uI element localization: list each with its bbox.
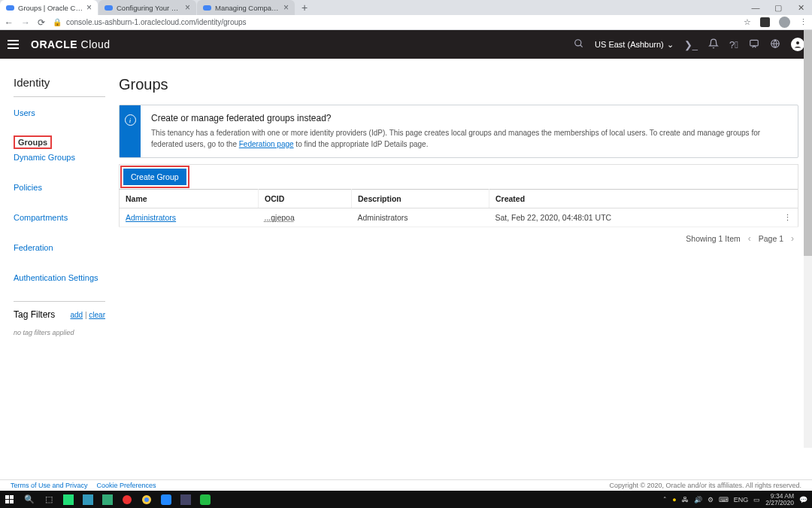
tray-clock[interactable]: 9:34 AM 2/27/2020: [765, 493, 794, 506]
menu-icon[interactable]: ⋮: [799, 17, 807, 27]
scroll-thumb[interactable]: [804, 30, 812, 256]
info-banner-text: This tenancy has a federation with one o…: [151, 127, 787, 150]
nav-back-icon[interactable]: ←: [5, 17, 14, 28]
browser-address-bar: ← → ⟳ 🔒 console.us-ashburn-1.oraclecloud…: [0, 15, 812, 30]
chevron-down-icon: ⌄: [667, 40, 674, 50]
svg-point-12: [123, 495, 132, 504]
tray-icon[interactable]: ⚙: [707, 496, 714, 503]
tray-notifications-icon[interactable]: 💬: [799, 496, 807, 503]
search-icon[interactable]: [574, 38, 584, 51]
federation-page-link[interactable]: Federation page: [239, 140, 294, 148]
star-icon[interactable]: ☆: [744, 17, 751, 27]
showing-count: Showing 1 Item: [686, 234, 740, 243]
svg-point-4: [796, 41, 799, 44]
info-icon: i: [125, 114, 136, 126]
col-ocid[interactable]: OCID: [259, 190, 352, 208]
help-icon[interactable]: ?⃝: [729, 39, 738, 50]
tray-volume-icon[interactable]: 🔊: [694, 496, 702, 503]
row-actions-menu[interactable]: ⋮: [755, 208, 798, 227]
sidebar-item-federation[interactable]: Federation: [14, 239, 105, 256]
taskbar-app[interactable]: [176, 491, 195, 508]
tag-filters-label: Tag Filters: [14, 309, 55, 320]
col-name[interactable]: Name: [120, 190, 259, 208]
tab-favicon: [6, 5, 14, 11]
profile-avatar-icon[interactable]: [779, 17, 790, 28]
extension-icon[interactable]: [760, 17, 770, 27]
region-selector[interactable]: US East (Ashburn)⌄: [595, 40, 674, 50]
window-maximize[interactable]: ▢: [767, 3, 789, 13]
search-icon[interactable]: 🔍: [20, 491, 39, 508]
svg-rect-10: [83, 494, 93, 505]
new-tab-button[interactable]: +: [295, 0, 314, 15]
svg-rect-6: [10, 495, 14, 499]
tag-clear-link[interactable]: clear: [89, 311, 105, 319]
terminal-icon[interactable]: ❯_: [684, 39, 698, 50]
globe-icon[interactable]: [770, 38, 780, 51]
sidebar-item-dynamic-groups[interactable]: Dynamic Groups: [14, 149, 105, 166]
nav-reload-icon[interactable]: ⟳: [38, 17, 45, 28]
taskbar-app[interactable]: [117, 491, 137, 508]
tray-lang[interactable]: ENG: [734, 496, 749, 503]
taskbar-app[interactable]: [156, 491, 176, 508]
page-next-icon[interactable]: ›: [791, 233, 794, 244]
tag-add-link[interactable]: add: [70, 311, 83, 319]
lock-icon: 🔒: [53, 18, 62, 26]
sidebar-item-auth-settings[interactable]: Authentication Settings: [14, 269, 105, 286]
tab-favicon: [105, 5, 113, 11]
table-row[interactable]: Administrators ...gjepoa Administrators …: [120, 208, 798, 227]
taskbar-app[interactable]: [78, 491, 98, 508]
taskbar-app[interactable]: [195, 491, 215, 508]
tray-network-icon[interactable]: 🖧: [682, 496, 689, 503]
tray-icon[interactable]: ●: [672, 496, 676, 503]
window-close[interactable]: ✕: [789, 3, 812, 13]
chat-icon[interactable]: [749, 38, 759, 51]
taskbar-app[interactable]: [59, 491, 78, 508]
info-banner-title: Create or manage federated groups instea…: [151, 113, 787, 123]
terms-link[interactable]: Terms of Use and Privacy: [11, 482, 88, 489]
bell-icon[interactable]: [708, 38, 719, 51]
system-tray[interactable]: ˄ ● 🖧 🔊 ⚙ ⌨ ENG ▭ 9:34 AM 2/27/2020 💬: [663, 493, 812, 506]
close-icon[interactable]: ×: [185, 2, 190, 13]
group-name-link[interactable]: Administrators: [126, 213, 176, 222]
sidebar-item-policies[interactable]: Policies: [14, 179, 105, 196]
start-button[interactable]: [0, 491, 20, 508]
sidebar-item-groups[interactable]: Groups: [14, 135, 52, 149]
close-icon[interactable]: ×: [86, 2, 92, 13]
tag-filters-empty: no tag filters applied: [14, 329, 105, 336]
svg-rect-16: [180, 494, 191, 505]
svg-rect-11: [102, 494, 113, 505]
menu-icon[interactable]: [8, 40, 19, 49]
tray-icon[interactable]: ⌨: [719, 496, 729, 503]
browser-tab-0[interactable]: Groups | Oracle Cloud Infrastru ×: [0, 0, 98, 15]
tray-chevron-icon[interactable]: ˄: [663, 496, 667, 503]
svg-rect-7: [5, 500, 9, 503]
sidebar-item-compartments[interactable]: Compartments: [14, 209, 105, 226]
task-view-icon[interactable]: ⬚: [39, 491, 59, 508]
brand-logo: ORACLE Cloud: [31, 38, 111, 50]
cookie-link[interactable]: Cookie Preferences: [97, 482, 156, 489]
taskbar-app[interactable]: [98, 491, 117, 508]
windows-taskbar: 🔍 ⬚ ˄ ● 🖧 🔊 ⚙ ⌨ ENG ▭ 9:34 AM 2/27/2020 …: [0, 491, 812, 508]
scrollbar[interactable]: [804, 30, 812, 448]
col-description[interactable]: Description: [352, 190, 489, 208]
svg-line-1: [580, 44, 583, 47]
user-avatar[interactable]: [791, 38, 804, 51]
tray-icon[interactable]: ▭: [753, 496, 760, 503]
window-minimize[interactable]: —: [744, 3, 767, 13]
svg-rect-8: [10, 500, 14, 503]
svg-rect-9: [63, 494, 74, 505]
close-icon[interactable]: ×: [283, 2, 289, 13]
browser-tab-1[interactable]: Configuring Your Tenancy for D ×: [98, 0, 196, 15]
page-prev-icon[interactable]: ‹: [748, 233, 751, 244]
browser-tabstrip: Groups | Oracle Cloud Infrastru × Config…: [0, 0, 812, 15]
ocid-value[interactable]: ...gjepoa: [265, 213, 295, 222]
create-group-button[interactable]: Create Group: [123, 169, 186, 185]
sidebar-item-users[interactable]: Users: [14, 105, 105, 121]
col-created[interactable]: Created: [489, 190, 798, 208]
info-banner: i Create or manage federated groups inst…: [119, 105, 798, 158]
browser-tab-2[interactable]: Managing Compartments ×: [197, 0, 295, 15]
svg-point-14: [144, 497, 149, 502]
taskbar-chrome[interactable]: [137, 491, 156, 508]
nav-forward-icon[interactable]: →: [21, 17, 30, 28]
url-field[interactable]: 🔒 console.us-ashburn-1.oraclecloud.com/i…: [53, 18, 736, 26]
